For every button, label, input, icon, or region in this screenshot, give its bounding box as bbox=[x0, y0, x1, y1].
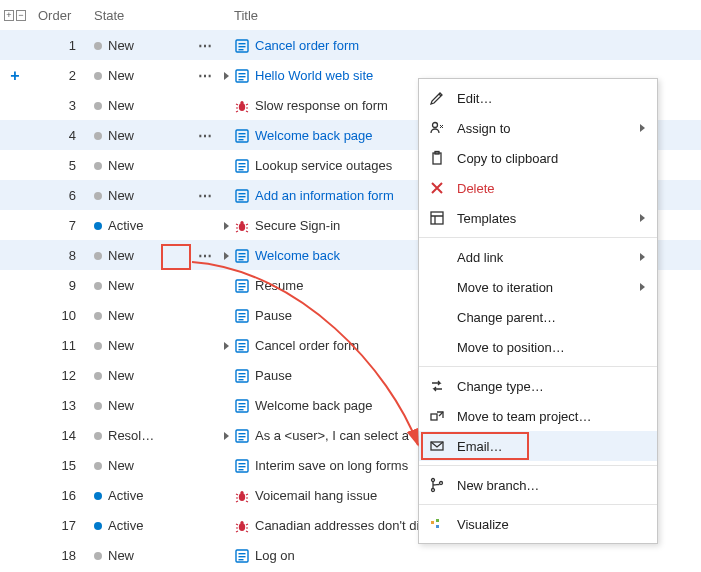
svg-rect-26 bbox=[239, 256, 246, 257]
row-actions-button[interactable]: ⋯ bbox=[190, 60, 220, 90]
svg-rect-17 bbox=[239, 169, 244, 170]
svg-rect-55 bbox=[239, 469, 244, 470]
row-gutter bbox=[0, 300, 30, 330]
row-gutter bbox=[0, 540, 30, 570]
state-dot-icon bbox=[94, 432, 102, 440]
templates-icon bbox=[429, 210, 445, 226]
svg-rect-7 bbox=[239, 79, 244, 80]
work-item-title: Secure Sign-in bbox=[255, 218, 340, 233]
svg-rect-46 bbox=[239, 406, 246, 407]
row-actions-button[interactable]: ⋯ bbox=[190, 240, 220, 270]
expand-caret-icon[interactable] bbox=[224, 222, 229, 230]
state-cell: Active bbox=[90, 210, 190, 240]
pbi-icon bbox=[235, 249, 249, 263]
row-actions-placeholder bbox=[190, 450, 220, 480]
svg-point-8 bbox=[239, 103, 245, 111]
pbi-icon bbox=[235, 339, 249, 353]
ctx-move-iteration[interactable]: Move to iteration bbox=[419, 272, 657, 302]
row-actions-placeholder bbox=[190, 270, 220, 300]
ctx-change-type[interactable]: Change type… bbox=[419, 371, 657, 401]
column-header-state[interactable]: State bbox=[90, 0, 190, 30]
ctx-edit[interactable]: Edit… bbox=[419, 83, 657, 113]
row-gutter bbox=[0, 210, 30, 240]
order-cell: 1 bbox=[30, 30, 90, 60]
ctx-new-branch[interactable]: New branch… bbox=[419, 470, 657, 500]
state-cell: New bbox=[90, 450, 190, 480]
pbi-icon bbox=[235, 279, 249, 293]
svg-rect-67 bbox=[431, 212, 443, 224]
work-item-title[interactable]: Cancel order form bbox=[255, 38, 359, 53]
work-item-title[interactable]: Add an information form bbox=[255, 188, 394, 203]
state-dot-icon bbox=[94, 342, 102, 350]
state-cell: Active bbox=[90, 510, 190, 540]
row-actions-button[interactable]: ⋯ bbox=[190, 120, 220, 150]
state-cell: New bbox=[90, 60, 190, 90]
pbi-icon bbox=[235, 129, 249, 143]
row-actions-button[interactable]: ⋯ bbox=[190, 30, 220, 60]
svg-point-9 bbox=[240, 100, 243, 103]
row-gutter bbox=[0, 90, 30, 120]
order-cell: 17 bbox=[30, 510, 90, 540]
svg-point-70 bbox=[432, 479, 435, 482]
order-cell: 9 bbox=[30, 270, 90, 300]
work-item-title[interactable]: Welcome back page bbox=[255, 128, 373, 143]
svg-rect-15 bbox=[239, 163, 246, 164]
svg-rect-5 bbox=[239, 73, 246, 74]
svg-rect-53 bbox=[239, 463, 246, 464]
column-header-title[interactable]: Title bbox=[220, 0, 701, 30]
order-cell: 18 bbox=[30, 540, 90, 570]
column-header-order[interactable]: Order bbox=[30, 0, 90, 30]
row-actions-placeholder bbox=[190, 480, 220, 510]
separator bbox=[419, 504, 657, 505]
ctx-visualize[interactable]: Visualize bbox=[419, 509, 657, 539]
ctx-delete[interactable]: Delete bbox=[419, 173, 657, 203]
more-icon: ⋯ bbox=[198, 129, 213, 143]
expand-caret-icon[interactable] bbox=[224, 342, 229, 350]
chevron-right-icon bbox=[640, 253, 645, 261]
work-item-title[interactable]: Welcome back bbox=[255, 248, 340, 263]
row-actions-placeholder bbox=[190, 540, 220, 570]
svg-rect-62 bbox=[239, 556, 246, 557]
expand-caret-icon[interactable] bbox=[224, 72, 229, 80]
svg-rect-42 bbox=[239, 376, 246, 377]
state-dot-icon bbox=[94, 132, 102, 140]
row-actions-placeholder bbox=[190, 90, 220, 120]
ctx-assign-to[interactable]: Assign to bbox=[419, 113, 657, 143]
row-gutter bbox=[0, 150, 30, 180]
bug-icon bbox=[235, 489, 249, 503]
ctx-templates[interactable]: Templates bbox=[419, 203, 657, 233]
work-item-title[interactable]: Hello World web site bbox=[255, 68, 373, 83]
title-cell: Log on bbox=[220, 540, 701, 570]
expand-all-icon[interactable]: + bbox=[4, 10, 14, 21]
row-actions-button[interactable]: ⋯ bbox=[190, 180, 220, 210]
svg-point-71 bbox=[432, 489, 435, 492]
ctx-add-link[interactable]: Add link bbox=[419, 242, 657, 272]
svg-rect-45 bbox=[239, 403, 246, 404]
svg-rect-33 bbox=[239, 313, 246, 314]
ctx-change-parent[interactable]: Change parent… bbox=[419, 302, 657, 332]
more-icon: ⋯ bbox=[198, 249, 213, 263]
ctx-move-position[interactable]: Move to position… bbox=[419, 332, 657, 362]
row-actions-placeholder bbox=[190, 210, 220, 240]
svg-point-22 bbox=[239, 223, 245, 231]
ctx-copy[interactable]: Copy to clipboard bbox=[419, 143, 657, 173]
order-cell: 15 bbox=[30, 450, 90, 480]
expand-collapse-tools[interactable]: +− bbox=[0, 0, 30, 30]
collapse-all-icon[interactable]: − bbox=[16, 10, 26, 21]
order-cell: 3 bbox=[30, 90, 90, 120]
row-gutter bbox=[0, 270, 30, 300]
pbi-icon bbox=[235, 309, 249, 323]
state-cell: New bbox=[90, 390, 190, 420]
add-row-button[interactable]: + bbox=[10, 67, 19, 85]
work-item-title: Lookup service outages bbox=[255, 158, 392, 173]
ctx-move-team-project[interactable]: Move to team project… bbox=[419, 401, 657, 431]
expand-caret-icon[interactable] bbox=[224, 432, 229, 440]
expand-caret-icon[interactable] bbox=[224, 252, 229, 260]
more-icon: ⋯ bbox=[198, 39, 213, 53]
pbi-icon bbox=[235, 399, 249, 413]
work-item-title: Interim save on long forms bbox=[255, 458, 408, 473]
svg-rect-27 bbox=[239, 259, 244, 260]
clipboard-icon bbox=[429, 150, 445, 166]
row-actions-placeholder bbox=[190, 150, 220, 180]
state-dot-icon bbox=[94, 402, 102, 410]
